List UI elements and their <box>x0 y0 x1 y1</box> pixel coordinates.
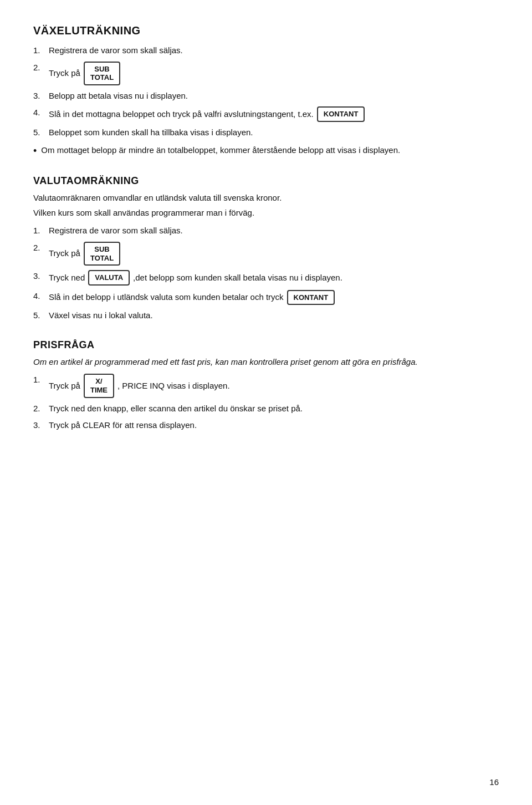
prisfråga-step-num-1: 1. <box>33 374 45 386</box>
step-content-4: Slå in det mottagna beloppet och tryck p… <box>49 106 365 122</box>
step-content-5: Beloppet som kunden skall ha tillbaka vi… <box>49 126 253 139</box>
valuta-step-num-4: 4. <box>33 290 45 303</box>
valuta-step-num-1: 1. <box>33 225 45 237</box>
prisfråga-step-2: 2. Tryck ned den knapp, eller scanna den… <box>33 402 499 415</box>
prisfråga-section: PRISFRÅGA Om en artikel är programmerad … <box>33 338 499 432</box>
prisfråga-step-1: 1. Tryck på X/TIME , PRICE INQ visas i d… <box>33 374 499 398</box>
bullet-dot: • <box>33 144 37 158</box>
vaxel-steps: 1. Registrera de varor som skall säljas.… <box>33 44 499 139</box>
prisfråga-step-num-3: 3. <box>33 419 45 432</box>
prisfråga-step-num-2: 2. <box>33 402 45 415</box>
step-num-1: 1. <box>33 44 45 57</box>
x-time-key: X/TIME <box>84 374 114 398</box>
step-num-5: 5. <box>33 126 45 139</box>
kontant-key-1: KONTANT <box>317 106 365 122</box>
step-num-4: 4. <box>33 106 45 119</box>
prisfråga-steps: 1. Tryck på X/TIME , PRICE INQ visas i d… <box>33 374 499 431</box>
valuta-section: VALUTAOMRÄKNING Valutaomräknaren omvandl… <box>33 174 499 322</box>
valuta-title: VALUTAOMRÄKNING <box>33 174 499 188</box>
step-2: 2. Tryck på SUBTOTAL <box>33 62 499 85</box>
step-3: 3. Belopp att betala visas nu i displaye… <box>33 90 499 103</box>
step-5: 5. Beloppet som kunden skall ha tillbaka… <box>33 126 499 139</box>
sub-total-key-2: SUBTOTAL <box>84 242 120 266</box>
valuta-step-content-4: Slå in det belopp i utländsk valuta som … <box>49 290 335 305</box>
step-4: 4. Slå in det mottagna beloppet och tryc… <box>33 106 499 122</box>
prisfråga-step-content-2: Tryck ned den knapp, eller scanna den ar… <box>49 402 303 415</box>
valuta-step-num-2: 2. <box>33 242 45 254</box>
valuta-step-3: 3. Tryck ned VALUTA ,det belopp som kund… <box>33 270 499 286</box>
step-1: 1. Registrera de varor som skall säljas. <box>33 44 499 57</box>
prisfråga-step-3: 3. Tryck på CLEAR för att rensa displaye… <box>33 419 499 432</box>
step-content-3: Belopp att betala visas nu i displayen. <box>49 90 188 103</box>
step-num-2: 2. <box>33 62 45 74</box>
vaxel-title: VÄXELUTRÄKNING <box>33 22 499 39</box>
valuta-step-content-5: Växel visas nu i lokal valuta. <box>49 309 153 322</box>
valuta-step-num-3: 3. <box>33 270 45 283</box>
step-content-1: Registrera de varor som skall säljas. <box>49 44 183 57</box>
prisfråga-intro: Om en artikel är programmerad med ett fa… <box>33 356 499 369</box>
prisfråga-step-content-1: Tryck på X/TIME , PRICE INQ visas i disp… <box>49 374 230 398</box>
valuta-step-5: 5. Växel visas nu i lokal valuta. <box>33 309 499 322</box>
prisfråga-step-content-3: Tryck på CLEAR för att rensa displayen. <box>49 419 197 432</box>
prisfråga-title: PRISFRÅGA <box>33 338 499 353</box>
valuta-step-4: 4. Slå in det belopp i utländsk valuta s… <box>33 290 499 305</box>
page-number: 16 <box>489 776 499 789</box>
sub-total-key-1: SUBTOTAL <box>84 62 120 85</box>
valuta-intro2: Vilken kurs som skall användas programme… <box>33 207 499 220</box>
step-num-3: 3. <box>33 90 45 103</box>
vaxel-section: VÄXELUTRÄKNING 1. Registrera de varor so… <box>33 22 499 158</box>
valuta-step-content-3: Tryck ned VALUTA ,det belopp som kunden … <box>49 270 342 286</box>
valuta-step-2: 2. Tryck på SUBTOTAL <box>33 242 499 266</box>
valuta-intro: Valutaomräknaren omvandlar en utländsk v… <box>33 192 499 205</box>
valuta-steps: 1. Registrera de varor som skall säljas.… <box>33 225 499 322</box>
valuta-step-content-2: Tryck på SUBTOTAL <box>49 242 120 266</box>
valuta-step-num-5: 5. <box>33 309 45 322</box>
valuta-step-content-1: Registrera de varor som skall säljas. <box>49 225 183 237</box>
valuta-step-1: 1. Registrera de varor som skall säljas. <box>33 225 499 237</box>
step-content-2: Tryck på SUBTOTAL <box>49 62 120 85</box>
kontant-key-2: KONTANT <box>287 290 335 305</box>
vaxel-bullet: • Om mottaget belopp är mindre än totalb… <box>33 144 499 158</box>
valuta-key: VALUTA <box>88 270 130 286</box>
